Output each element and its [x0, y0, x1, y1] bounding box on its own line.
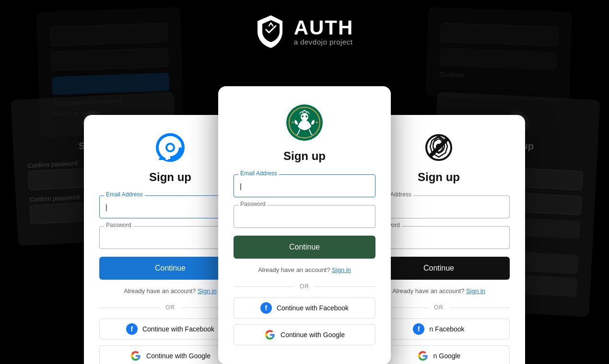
- center-continue-button[interactable]: Continue: [234, 236, 375, 259]
- center-password-group: Password: [234, 205, 375, 228]
- center-google-label: Continue with Google: [281, 331, 345, 339]
- logo-shield-icon: [256, 14, 286, 49]
- right-google-label: n Google: [433, 352, 461, 360]
- right-facebook-label: n Facebook: [429, 325, 464, 333]
- svg-point-12: [304, 110, 305, 112]
- left-divider-line-1: [99, 307, 160, 308]
- svg-rect-4: [159, 158, 164, 160]
- right-google-icon: [417, 350, 429, 362]
- logo-text: AUTH a devdojo project: [294, 18, 354, 46]
- right-or-label: OR: [434, 304, 444, 311]
- center-already-account: Already have an account? Sign in: [234, 266, 375, 273]
- svg-point-15: [305, 115, 307, 117]
- left-password-label: Password: [104, 222, 133, 228]
- center-email-label: Email Address: [238, 170, 279, 177]
- svg-point-18: [436, 144, 442, 149]
- app-title: AUTH: [294, 18, 354, 38]
- svg-point-5: [167, 145, 173, 150]
- right-facebook-icon: f: [413, 323, 424, 335]
- left-google-icon: [130, 350, 141, 362]
- right-signin-link[interactable]: Sign in: [466, 287, 485, 295]
- svg-point-14: [302, 115, 304, 117]
- svg-rect-7: [165, 157, 168, 160]
- center-facebook-label: Continue with Facebook: [277, 304, 349, 312]
- center-google-icon: [264, 329, 276, 341]
- left-already-text: Already have an account?: [124, 287, 196, 295]
- center-facebook-button[interactable]: f Continue with Facebook: [234, 297, 375, 318]
- center-google-button[interactable]: Continue with Google: [234, 324, 375, 345]
- center-facebook-icon: f: [260, 302, 272, 314]
- left-or-label: OR: [165, 304, 175, 311]
- center-divider: OR: [234, 283, 375, 290]
- left-email-label: Email Address: [104, 191, 145, 198]
- center-card-title: Sign up: [234, 149, 375, 163]
- right-divider-line-2: [449, 307, 510, 308]
- svg-text:★: ★: [291, 120, 294, 125]
- center-or-label: OR: [300, 283, 309, 290]
- center-password-label: Password: [238, 201, 268, 207]
- left-signin-link[interactable]: Sign in: [198, 287, 217, 295]
- center-signin-link[interactable]: Sign in: [332, 266, 351, 273]
- starbucks-logo-icon: ★ ★: [285, 103, 324, 142]
- svg-point-13: [306, 112, 307, 113]
- left-facebook-label: Continue with Facebook: [142, 325, 214, 333]
- center-divider-line-2: [315, 286, 375, 287]
- left-google-label: Continue with Google: [146, 352, 211, 360]
- center-divider-line-1: [234, 286, 294, 287]
- svg-rect-6: [165, 154, 170, 157]
- app-subtitle: a devdojo project: [294, 38, 354, 46]
- header: AUTH a devdojo project: [0, 14, 609, 49]
- signup-card-center: ★ ★ Sign up Email Address Password Conti…: [218, 86, 391, 364]
- cards-container: Sign up Email Address Password Continue …: [0, 77, 609, 364]
- center-already-text: Already have an account?: [258, 266, 330, 273]
- center-password-input[interactable]: [234, 205, 375, 228]
- left-facebook-icon: f: [126, 323, 138, 335]
- digitalocean-logo-icon: [155, 132, 186, 163]
- center-email-group: Email Address: [234, 174, 375, 197]
- right-already-text: Already have an account?: [392, 287, 464, 295]
- svg-text:★: ★: [315, 120, 318, 125]
- openai-logo-icon: [423, 132, 454, 163]
- svg-point-11: [302, 112, 304, 113]
- center-card-logo: ★ ★: [234, 103, 375, 142]
- center-email-input[interactable]: [234, 174, 375, 197]
